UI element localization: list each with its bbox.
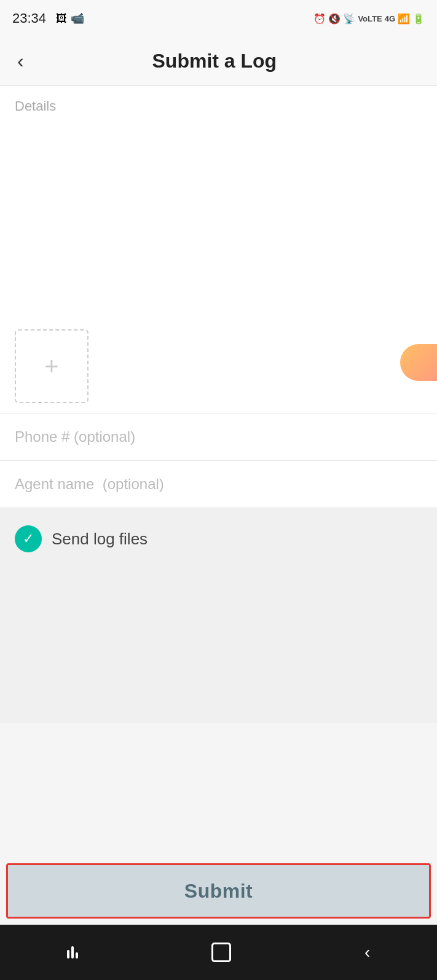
home-button[interactable]	[211, 943, 231, 962]
home-icon	[211, 943, 231, 962]
signal-icon: 📶	[398, 13, 410, 25]
details-section: Details	[0, 86, 437, 319]
status-time: 23:34	[12, 10, 46, 26]
battery-icon: 🔋	[412, 13, 425, 25]
nav-back-icon: ‹	[364, 943, 370, 962]
recent-apps-icon	[67, 946, 78, 958]
submit-section: Submit	[0, 857, 437, 925]
status-icons-left: 🖼 📹	[56, 12, 84, 25]
floating-avatar	[400, 344, 437, 381]
submit-button[interactable]: Submit	[6, 863, 431, 919]
status-icons-right: ⏰ 🔇 📡 VoLTE 4G 📶 🔋	[313, 13, 425, 25]
top-nav: ‹ Submit a Log	[0, 37, 437, 86]
agent-name-input[interactable]	[15, 476, 422, 493]
phone-input-container	[0, 414, 437, 461]
volte-icon: VoLTE	[358, 14, 382, 23]
add-image-button[interactable]: +	[15, 329, 89, 403]
status-bar: 23:34 🖼 📹 ⏰ 🔇 📡 VoLTE 4G 📶 🔋	[0, 0, 437, 37]
add-image-container: +	[0, 319, 437, 413]
4g-icon: 4G	[385, 14, 395, 23]
content-spacer	[0, 570, 437, 723]
details-textarea[interactable]	[15, 122, 422, 245]
page-title: Submit a Log	[29, 50, 400, 73]
nav-back-button[interactable]: ‹	[364, 943, 370, 962]
bottom-nav: ‹	[0, 925, 437, 980]
back-button[interactable]: ‹	[12, 45, 29, 77]
mute-icon: 🔇	[328, 13, 341, 25]
plus-icon: +	[44, 354, 58, 378]
status-bar-left: 23:34 🖼 📹	[12, 10, 84, 26]
send-log-section: ✓ Send log files	[0, 508, 437, 570]
submit-label: Submit	[184, 880, 253, 903]
back-chevron-icon: ‹	[17, 50, 24, 73]
send-log-label: Send log files	[52, 530, 148, 549]
photo-icon: 🖼	[56, 12, 67, 25]
alarm-icon: ⏰	[313, 13, 326, 25]
wifi-icon: 📡	[343, 13, 355, 25]
checkmark-icon: ✓	[23, 531, 34, 547]
video-icon: 📹	[71, 12, 84, 25]
details-label: Details	[15, 98, 422, 114]
phone-input[interactable]	[15, 428, 422, 445]
agent-input-container	[0, 461, 437, 508]
recent-apps-button[interactable]	[67, 946, 78, 958]
send-log-checkbox[interactable]: ✓	[15, 525, 42, 552]
